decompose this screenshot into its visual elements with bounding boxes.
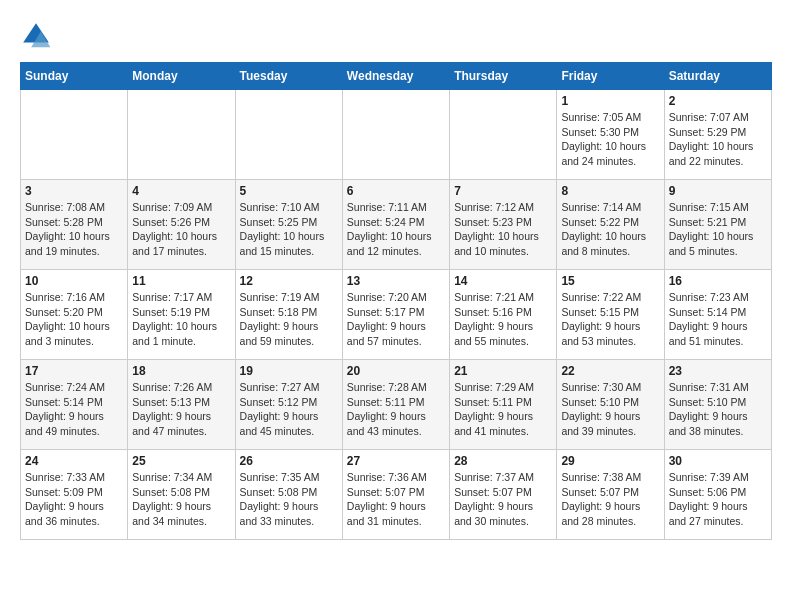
day-number: 25 [132,454,230,468]
day-number: 18 [132,364,230,378]
day-info: Sunrise: 7:12 AM Sunset: 5:23 PM Dayligh… [454,200,552,259]
day-number: 8 [561,184,659,198]
day-info: Sunrise: 7:34 AM Sunset: 5:08 PM Dayligh… [132,470,230,529]
calendar-cell: 16Sunrise: 7:23 AM Sunset: 5:14 PM Dayli… [664,270,771,360]
day-number: 6 [347,184,445,198]
day-info: Sunrise: 7:22 AM Sunset: 5:15 PM Dayligh… [561,290,659,349]
calendar-cell: 4Sunrise: 7:09 AM Sunset: 5:26 PM Daylig… [128,180,235,270]
logo-icon [20,20,52,52]
day-info: Sunrise: 7:37 AM Sunset: 5:07 PM Dayligh… [454,470,552,529]
day-number: 27 [347,454,445,468]
day-info: Sunrise: 7:31 AM Sunset: 5:10 PM Dayligh… [669,380,767,439]
calendar-cell: 22Sunrise: 7:30 AM Sunset: 5:10 PM Dayli… [557,360,664,450]
day-number: 15 [561,274,659,288]
day-number: 30 [669,454,767,468]
day-info: Sunrise: 7:10 AM Sunset: 5:25 PM Dayligh… [240,200,338,259]
day-info: Sunrise: 7:16 AM Sunset: 5:20 PM Dayligh… [25,290,123,349]
day-info: Sunrise: 7:17 AM Sunset: 5:19 PM Dayligh… [132,290,230,349]
day-info: Sunrise: 7:21 AM Sunset: 5:16 PM Dayligh… [454,290,552,349]
calendar-cell: 11Sunrise: 7:17 AM Sunset: 5:19 PM Dayli… [128,270,235,360]
day-number: 28 [454,454,552,468]
day-number: 21 [454,364,552,378]
calendar-cell: 2Sunrise: 7:07 AM Sunset: 5:29 PM Daylig… [664,90,771,180]
calendar-cell: 25Sunrise: 7:34 AM Sunset: 5:08 PM Dayli… [128,450,235,540]
calendar-week-row: 1Sunrise: 7:05 AM Sunset: 5:30 PM Daylig… [21,90,772,180]
day-number: 23 [669,364,767,378]
day-number: 14 [454,274,552,288]
calendar-week-row: 3Sunrise: 7:08 AM Sunset: 5:28 PM Daylig… [21,180,772,270]
day-number: 13 [347,274,445,288]
calendar-cell: 5Sunrise: 7:10 AM Sunset: 5:25 PM Daylig… [235,180,342,270]
day-number: 29 [561,454,659,468]
day-header-sunday: Sunday [21,63,128,90]
day-info: Sunrise: 7:26 AM Sunset: 5:13 PM Dayligh… [132,380,230,439]
page-header [20,20,772,52]
calendar-cell: 15Sunrise: 7:22 AM Sunset: 5:15 PM Dayli… [557,270,664,360]
calendar-cell: 29Sunrise: 7:38 AM Sunset: 5:07 PM Dayli… [557,450,664,540]
calendar-cell: 14Sunrise: 7:21 AM Sunset: 5:16 PM Dayli… [450,270,557,360]
day-info: Sunrise: 7:30 AM Sunset: 5:10 PM Dayligh… [561,380,659,439]
calendar-cell: 9Sunrise: 7:15 AM Sunset: 5:21 PM Daylig… [664,180,771,270]
calendar-cell: 12Sunrise: 7:19 AM Sunset: 5:18 PM Dayli… [235,270,342,360]
calendar-cell: 6Sunrise: 7:11 AM Sunset: 5:24 PM Daylig… [342,180,449,270]
calendar-table: SundayMondayTuesdayWednesdayThursdayFrid… [20,62,772,540]
calendar-cell: 19Sunrise: 7:27 AM Sunset: 5:12 PM Dayli… [235,360,342,450]
calendar-cell [342,90,449,180]
day-info: Sunrise: 7:07 AM Sunset: 5:29 PM Dayligh… [669,110,767,169]
calendar-cell: 18Sunrise: 7:26 AM Sunset: 5:13 PM Dayli… [128,360,235,450]
day-number: 17 [25,364,123,378]
day-info: Sunrise: 7:39 AM Sunset: 5:06 PM Dayligh… [669,470,767,529]
day-info: Sunrise: 7:09 AM Sunset: 5:26 PM Dayligh… [132,200,230,259]
calendar-cell: 24Sunrise: 7:33 AM Sunset: 5:09 PM Dayli… [21,450,128,540]
calendar-cell: 28Sunrise: 7:37 AM Sunset: 5:07 PM Dayli… [450,450,557,540]
day-number: 12 [240,274,338,288]
calendar-week-row: 10Sunrise: 7:16 AM Sunset: 5:20 PM Dayli… [21,270,772,360]
day-number: 26 [240,454,338,468]
day-number: 16 [669,274,767,288]
day-number: 11 [132,274,230,288]
day-info: Sunrise: 7:05 AM Sunset: 5:30 PM Dayligh… [561,110,659,169]
day-header-monday: Monday [128,63,235,90]
day-info: Sunrise: 7:35 AM Sunset: 5:08 PM Dayligh… [240,470,338,529]
day-number: 9 [669,184,767,198]
calendar-cell: 13Sunrise: 7:20 AM Sunset: 5:17 PM Dayli… [342,270,449,360]
calendar-cell [21,90,128,180]
day-number: 24 [25,454,123,468]
day-header-tuesday: Tuesday [235,63,342,90]
calendar-cell [128,90,235,180]
logo [20,20,58,52]
day-header-thursday: Thursday [450,63,557,90]
calendar-week-row: 24Sunrise: 7:33 AM Sunset: 5:09 PM Dayli… [21,450,772,540]
day-number: 10 [25,274,123,288]
day-number: 2 [669,94,767,108]
calendar-cell: 23Sunrise: 7:31 AM Sunset: 5:10 PM Dayli… [664,360,771,450]
day-number: 19 [240,364,338,378]
day-number: 22 [561,364,659,378]
calendar-cell: 8Sunrise: 7:14 AM Sunset: 5:22 PM Daylig… [557,180,664,270]
calendar-cell: 7Sunrise: 7:12 AM Sunset: 5:23 PM Daylig… [450,180,557,270]
day-info: Sunrise: 7:20 AM Sunset: 5:17 PM Dayligh… [347,290,445,349]
calendar-cell [235,90,342,180]
calendar-cell: 17Sunrise: 7:24 AM Sunset: 5:14 PM Dayli… [21,360,128,450]
calendar-cell: 1Sunrise: 7:05 AM Sunset: 5:30 PM Daylig… [557,90,664,180]
calendar-week-row: 17Sunrise: 7:24 AM Sunset: 5:14 PM Dayli… [21,360,772,450]
day-info: Sunrise: 7:36 AM Sunset: 5:07 PM Dayligh… [347,470,445,529]
day-info: Sunrise: 7:11 AM Sunset: 5:24 PM Dayligh… [347,200,445,259]
day-info: Sunrise: 7:29 AM Sunset: 5:11 PM Dayligh… [454,380,552,439]
day-info: Sunrise: 7:14 AM Sunset: 5:22 PM Dayligh… [561,200,659,259]
day-number: 5 [240,184,338,198]
day-info: Sunrise: 7:28 AM Sunset: 5:11 PM Dayligh… [347,380,445,439]
calendar-cell: 21Sunrise: 7:29 AM Sunset: 5:11 PM Dayli… [450,360,557,450]
day-info: Sunrise: 7:15 AM Sunset: 5:21 PM Dayligh… [669,200,767,259]
day-header-saturday: Saturday [664,63,771,90]
day-info: Sunrise: 7:24 AM Sunset: 5:14 PM Dayligh… [25,380,123,439]
calendar-cell: 3Sunrise: 7:08 AM Sunset: 5:28 PM Daylig… [21,180,128,270]
day-info: Sunrise: 7:27 AM Sunset: 5:12 PM Dayligh… [240,380,338,439]
day-number: 3 [25,184,123,198]
calendar-cell [450,90,557,180]
calendar-cell: 30Sunrise: 7:39 AM Sunset: 5:06 PM Dayli… [664,450,771,540]
day-info: Sunrise: 7:23 AM Sunset: 5:14 PM Dayligh… [669,290,767,349]
day-number: 1 [561,94,659,108]
calendar-cell: 10Sunrise: 7:16 AM Sunset: 5:20 PM Dayli… [21,270,128,360]
calendar-cell: 27Sunrise: 7:36 AM Sunset: 5:07 PM Dayli… [342,450,449,540]
